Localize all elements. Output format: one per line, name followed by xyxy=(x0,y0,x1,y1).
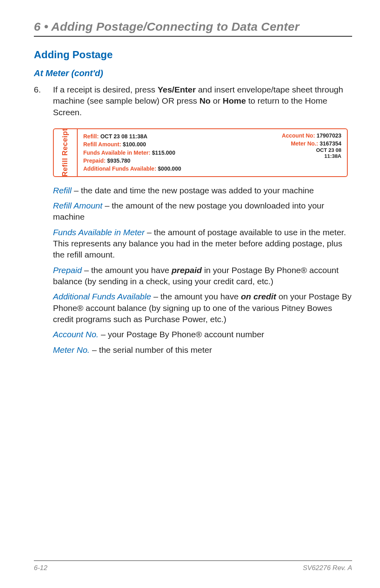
label: Prepaid: xyxy=(83,157,106,165)
bold-term: on credit xyxy=(241,292,276,301)
term: Additional Funds Available xyxy=(53,292,151,301)
label: Additional Funds Available: xyxy=(83,165,156,173)
def-funds-available: Funds Available in Meter – the amount of… xyxy=(53,227,352,261)
text: or xyxy=(211,96,223,105)
term: Refill xyxy=(53,186,72,195)
value: $935.780 xyxy=(107,157,130,165)
text: the amount you have xyxy=(91,265,172,275)
label: Refill: xyxy=(83,132,99,140)
subsection-title: At Meter (cont'd) xyxy=(34,68,352,79)
page-number: 6-12 xyxy=(34,564,47,572)
def-refill: Refill – the date and time the new posta… xyxy=(53,185,352,196)
step-text: If a receipt is desired, press Yes/Enter… xyxy=(53,84,352,118)
page-footer: 6-12 SV62276 Rev. A xyxy=(34,560,352,572)
value: $000.000 xyxy=(158,165,181,173)
receipt-side-text: Refill Receipt xyxy=(61,128,70,177)
receipt-sample: Refill Receipt Account No: 17907023 Mete… xyxy=(53,128,348,177)
meter-date: OCT 23 08 xyxy=(291,147,341,153)
value: $115.000 xyxy=(152,149,175,157)
keyword-home: Home xyxy=(223,96,246,105)
value: 3167354 xyxy=(318,140,341,147)
section-title: Adding Postage xyxy=(34,49,352,61)
label: Refill Amount: xyxy=(83,140,121,148)
bold-term: prepaid xyxy=(172,265,202,275)
receipt-account: Account No: 17907023 xyxy=(282,132,341,139)
keyword-no: No xyxy=(200,96,211,105)
def-account-no: Account No. – your Postage By Phone® acc… xyxy=(53,329,352,340)
term: Funds Available in Meter xyxy=(53,228,145,237)
def-meter-no: Meter No. – the serial number of this me… xyxy=(53,344,352,356)
doc-revision: SV62276 Rev. A xyxy=(303,564,352,572)
text: your Postage By Phone® account number xyxy=(108,330,264,339)
meter-time: 11:38A xyxy=(291,153,341,159)
term: Account No. xyxy=(53,330,98,339)
text: If a receipt is desired, press xyxy=(53,85,158,94)
value: 17907023 xyxy=(315,132,341,139)
def-additional-funds: Additional Funds Available – the amount … xyxy=(53,291,352,325)
receipt-side-label: Refill Receipt xyxy=(54,129,78,176)
def-prepaid: Prepaid – the amount you have prepaid in… xyxy=(53,265,352,287)
dash: – xyxy=(145,228,154,237)
label: Funds Available in Meter: xyxy=(83,149,151,157)
term: Prepaid xyxy=(53,265,82,275)
keyword-yes-enter: Yes/Enter xyxy=(158,85,196,94)
text: the serial number of this meter xyxy=(99,345,212,354)
label: Meter No.: xyxy=(291,140,318,147)
header-rule xyxy=(34,36,352,37)
chapter-header: 6 • Adding Postage/Connecting to Data Ce… xyxy=(34,20,352,33)
dash: – xyxy=(151,292,160,301)
dash: – xyxy=(72,186,81,195)
receipt-body: Account No: 17907023 Meter No.: 3167354 … xyxy=(78,129,347,176)
receipt-additional: Additional Funds Available: $000.000 xyxy=(83,165,341,173)
def-refill-amount: Refill Amount – the amount of the new po… xyxy=(53,200,352,223)
dash: – xyxy=(90,345,99,354)
label: Account No: xyxy=(282,132,315,139)
term: Refill Amount xyxy=(53,201,102,210)
term: Meter No. xyxy=(53,345,90,354)
text: the amount you have xyxy=(161,292,241,301)
value: OCT 23 08 11:38A xyxy=(100,132,147,140)
text: the date and time the new postage was ad… xyxy=(81,186,314,195)
dash: – xyxy=(82,265,91,275)
receipt-meter: Meter No.: 3167354 OCT 23 08 11:38A xyxy=(291,140,341,159)
dash: – xyxy=(98,330,108,339)
definitions: Refill – the date and time the new posta… xyxy=(53,185,352,360)
step-number: 6. xyxy=(34,84,45,118)
value: $100.000 xyxy=(123,140,146,148)
dash: – xyxy=(102,201,112,210)
step-6: 6. If a receipt is desired, press Yes/En… xyxy=(34,84,352,118)
